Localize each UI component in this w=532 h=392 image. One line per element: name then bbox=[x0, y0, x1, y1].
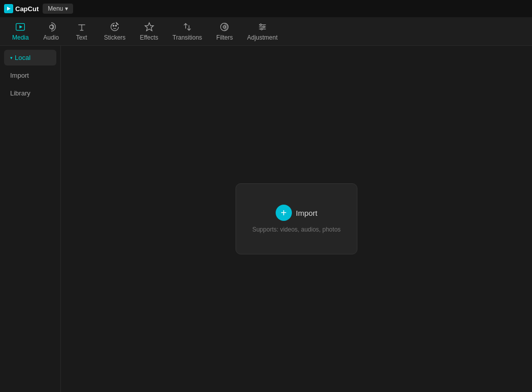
tab-transitions[interactable]: Transitions bbox=[165, 19, 209, 44]
tab-media[interactable]: Media bbox=[5, 19, 36, 44]
import-plus-icon: + bbox=[276, 205, 292, 221]
sidebar-item-import[interactable]: Import bbox=[4, 68, 56, 83]
sidebar-item-library[interactable]: Library bbox=[4, 85, 56, 101]
media-icon bbox=[15, 22, 25, 32]
import-label: Import bbox=[296, 209, 318, 217]
menu-button[interactable]: Menu ▾ bbox=[43, 4, 73, 14]
tab-audio[interactable]: Audio bbox=[36, 19, 66, 44]
adjustment-icon bbox=[257, 22, 268, 32]
app-name: CapCut bbox=[15, 5, 39, 13]
import-dropzone[interactable]: + Import Supports: videos, audios, photo… bbox=[236, 183, 357, 254]
main-layout: ▾ Local Import Library + Import Supports… bbox=[0, 46, 532, 392]
filters-icon bbox=[219, 22, 229, 32]
tab-effects[interactable]: Effects bbox=[132, 19, 165, 44]
import-row: + Import bbox=[276, 205, 318, 221]
stickers-icon bbox=[110, 22, 120, 32]
svg-point-3 bbox=[49, 25, 53, 28]
transitions-icon bbox=[182, 22, 192, 32]
toolbar: Media Audio Text Stickers bbox=[0, 17, 532, 46]
svg-point-7 bbox=[113, 25, 114, 26]
svg-marker-2 bbox=[20, 25, 23, 28]
svg-point-18 bbox=[263, 26, 264, 27]
sidebar-item-local[interactable]: ▾ Local bbox=[4, 50, 56, 66]
audio-icon bbox=[46, 22, 56, 32]
tab-text[interactable]: Text bbox=[66, 19, 97, 44]
svg-marker-9 bbox=[145, 22, 153, 30]
effects-icon bbox=[144, 22, 154, 32]
titlebar: CapCut Menu ▾ bbox=[0, 0, 532, 17]
app-logo: CapCut bbox=[4, 4, 39, 13]
tab-filters[interactable]: Filters bbox=[209, 19, 240, 44]
chevron-icon: ▾ bbox=[10, 55, 13, 60]
sidebar: ▾ Local Import Library bbox=[0, 46, 61, 392]
tab-stickers[interactable]: Stickers bbox=[97, 19, 133, 44]
text-icon bbox=[77, 22, 87, 32]
chevron-down-icon: ▾ bbox=[65, 5, 68, 12]
svg-point-8 bbox=[115, 25, 117, 26]
tab-adjustment[interactable]: Adjustment bbox=[240, 19, 285, 44]
svg-point-19 bbox=[260, 28, 262, 29]
import-sub-label: Supports: videos, audios, photos bbox=[252, 226, 341, 233]
svg-point-17 bbox=[260, 24, 261, 25]
content-area: + Import Supports: videos, audios, photo… bbox=[61, 46, 532, 392]
